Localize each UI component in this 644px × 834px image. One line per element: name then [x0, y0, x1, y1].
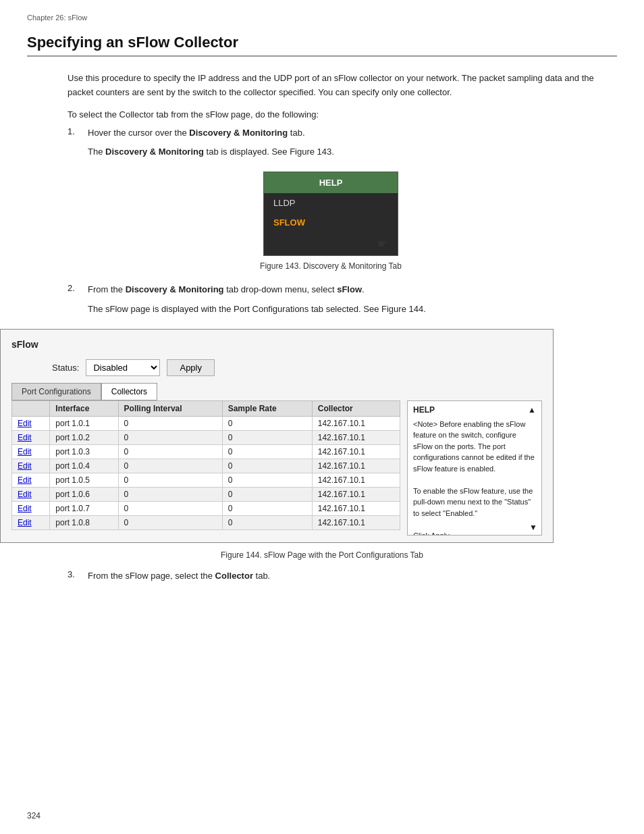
- cell-4: 142.167.10.1: [312, 515, 400, 529]
- table-row: Editport 1.0.600142.167.10.1: [12, 487, 400, 501]
- dm-menu-item-lldp[interactable]: LLDP: [264, 193, 398, 213]
- cell-1: port 1.0.6: [50, 487, 118, 501]
- cell-4: 142.167.10.1: [312, 459, 400, 473]
- table-row: Editport 1.0.700142.167.10.1: [12, 501, 400, 515]
- figure-143-container: HELP LLDP SFLOW ☛ Figure 143. Discovery …: [68, 172, 594, 271]
- section-title: Specifying an sFlow Collector: [27, 34, 617, 57]
- sflow-table-wrapper: Interface Polling Interval Sample Rate C…: [11, 400, 542, 536]
- dm-menu-item-sflow[interactable]: SFLOW: [264, 213, 398, 232]
- cell-1: port 1.0.8: [50, 515, 118, 529]
- dm-menu-header: HELP: [264, 172, 398, 193]
- cell-1: port 1.0.2: [50, 430, 118, 444]
- col-collector: Collector: [312, 400, 400, 416]
- status-label: Status:: [52, 363, 79, 373]
- sflow-panel-title: sFlow: [11, 339, 542, 350]
- cell-3: 0: [222, 430, 312, 444]
- sflow-table: Interface Polling Interval Sample Rate C…: [11, 400, 400, 530]
- tab-collectors[interactable]: Collectors: [101, 383, 157, 400]
- edit-link[interactable]: Edit: [18, 504, 32, 513]
- apply-button[interactable]: Apply: [167, 359, 215, 376]
- dm-menu: HELP LLDP SFLOW ☛: [263, 172, 398, 256]
- step-3: 3. From the sFlow page, select the Colle…: [68, 569, 594, 583]
- step-1-number: 1.: [68, 126, 81, 140]
- edit-link[interactable]: Edit: [18, 433, 32, 442]
- sflow-panel: sFlow Status: Disabled Enabled Apply Por…: [0, 329, 554, 543]
- cell-3: 0: [222, 444, 312, 459]
- help-panel: HELP ▲ <Note> Before enabling the sFlow …: [407, 400, 542, 536]
- cell-2: 0: [118, 459, 222, 473]
- cell-1: port 1.0.5: [50, 473, 118, 487]
- cursor-icon: ☛: [377, 237, 388, 251]
- help-header: HELP ▲: [413, 405, 536, 415]
- edit-link[interactable]: Edit: [18, 490, 32, 499]
- sflow-table-section: Interface Polling Interval Sample Rate C…: [11, 400, 400, 536]
- col-edit: [12, 400, 50, 416]
- cell-3: 0: [222, 487, 312, 501]
- cell-4: 142.167.10.1: [312, 444, 400, 459]
- help-scroll-up-icon[interactable]: ▲: [528, 405, 536, 415]
- cell-3: 0: [222, 473, 312, 487]
- cell-2: 0: [118, 515, 222, 529]
- cell-3: 0: [222, 515, 312, 529]
- cell-4: 142.167.10.1: [312, 430, 400, 444]
- cell-4: 142.167.10.1: [312, 473, 400, 487]
- col-sample: Sample Rate: [222, 400, 312, 416]
- cell-3: 0: [222, 501, 312, 515]
- cell-1: port 1.0.7: [50, 501, 118, 515]
- table-row: Editport 1.0.800142.167.10.1: [12, 515, 400, 529]
- page-number: 324: [27, 811, 41, 820]
- help-text: <Note> Before enabling the sFlow feature…: [413, 419, 536, 536]
- edit-link[interactable]: Edit: [18, 518, 32, 527]
- col-polling: Polling Interval: [118, 400, 222, 416]
- status-select[interactable]: Disabled Enabled: [86, 359, 160, 376]
- cell-4: 142.167.10.1: [312, 487, 400, 501]
- cell-2: 0: [118, 430, 222, 444]
- cell-2: 0: [118, 501, 222, 515]
- status-row: Status: Disabled Enabled Apply: [52, 359, 542, 376]
- cell-2: 0: [118, 444, 222, 459]
- cell-4: 142.167.10.1: [312, 501, 400, 515]
- edit-link[interactable]: Edit: [18, 461, 32, 471]
- cell-3: 0: [222, 416, 312, 430]
- help-scroll-down-icon[interactable]: ▼: [529, 523, 537, 532]
- cell-3: 0: [222, 459, 312, 473]
- step-intro: To select the Collector tab from the sFl…: [68, 109, 594, 120]
- cell-1: port 1.0.3: [50, 444, 118, 459]
- step-2-number: 2.: [68, 283, 81, 297]
- step-1-sub: The Discovery & Monitoring tab is displa…: [88, 145, 594, 159]
- help-title: HELP: [413, 405, 435, 415]
- chapter-label: Chapter 26: sFlow: [27, 14, 617, 22]
- table-row: Editport 1.0.500142.167.10.1: [12, 473, 400, 487]
- cell-2: 0: [118, 487, 222, 501]
- col-interface: Interface: [50, 400, 118, 416]
- cell-1: port 1.0.4: [50, 459, 118, 473]
- cell-4: 142.167.10.1: [312, 416, 400, 430]
- step-2: 2. From the Discovery & Monitoring tab d…: [68, 283, 594, 317]
- figure-144-caption: Figure 144. sFlow Page with the Port Con…: [221, 550, 423, 560]
- table-row: Editport 1.0.300142.167.10.1: [12, 444, 400, 459]
- tabs-row: Port Configurations Collectors: [11, 383, 542, 400]
- figure-143-caption: Figure 143. Discovery & Monitoring Tab: [260, 261, 402, 271]
- step-3-text: From the sFlow page, select the Collecto…: [88, 569, 270, 583]
- edit-link[interactable]: Edit: [18, 475, 32, 485]
- step-3-number: 3.: [68, 569, 81, 583]
- table-row: Editport 1.0.200142.167.10.1: [12, 430, 400, 444]
- cell-1: port 1.0.1: [50, 416, 118, 430]
- tab-port-configurations[interactable]: Port Configurations: [11, 383, 101, 400]
- intro-paragraph: Use this procedure to specify the IP add…: [68, 72, 594, 100]
- table-row: Editport 1.0.100142.167.10.1: [12, 416, 400, 430]
- step-1-text: Hover the cursor over the Discovery & Mo…: [88, 126, 305, 140]
- edit-link[interactable]: Edit: [18, 447, 32, 457]
- table-row: Editport 1.0.400142.167.10.1: [12, 459, 400, 473]
- step-2-text: From the Discovery & Monitoring tab drop…: [88, 283, 365, 297]
- step-1: 1. Hover the cursor over the Discovery &…: [68, 126, 594, 271]
- step-2-sub: The sFlow page is displayed with the Por…: [88, 303, 594, 317]
- cell-2: 0: [118, 473, 222, 487]
- edit-link[interactable]: Edit: [18, 419, 32, 428]
- cell-2: 0: [118, 416, 222, 430]
